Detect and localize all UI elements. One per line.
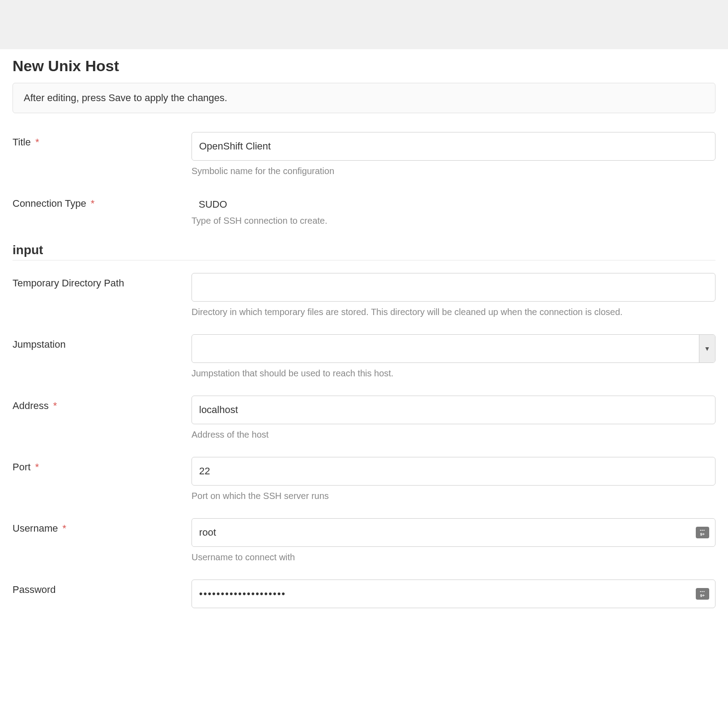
connection-type-value: SUDO [192,193,715,210]
main-content: New Unix Host After editing, press Save … [0,49,728,608]
help-username: Username to connect with [192,551,715,563]
address-input[interactable] [192,396,715,424]
label-password: Password [13,580,192,596]
page-title: New Unix Host [13,57,715,75]
label-password-text: Password [13,584,56,595]
username-input[interactable] [192,518,715,547]
title-input[interactable] [192,132,715,161]
help-connection-type: Type of SSH connection to create. [192,215,715,227]
field-connection-type: SUDO Type of SSH connection to create. [192,193,715,227]
row-password: Password ••• 9+ [13,580,715,608]
top-header-bar [0,0,728,49]
label-port: Port * [13,457,192,473]
temp-dir-input[interactable] [192,273,715,302]
required-mark: * [53,400,57,411]
jumpstation-select[interactable]: ▼ [192,334,715,363]
chevron-down-icon: ▼ [699,335,715,362]
section-divider [13,260,715,260]
field-port: Port on which the SSH server runs [192,457,715,502]
help-temp-dir: Directory in which temporary files are s… [192,306,715,318]
row-connection-type: Connection Type * SUDO Type of SSH conne… [13,193,715,227]
field-title: Symbolic name for the configuration [192,132,715,177]
label-address-text: Address [13,400,49,411]
label-temp-dir: Temporary Directory Path [13,273,192,289]
label-title: Title * [13,132,192,148]
field-jumpstation: ▼ Jumpstation that should be used to rea… [192,334,715,379]
required-mark: * [35,461,39,473]
field-temp-dir: Directory in which temporary files are s… [192,273,715,318]
label-username: Username * [13,518,192,534]
label-connection-type: Connection Type * [13,193,192,209]
jumpstation-value [192,335,699,362]
row-port: Port * Port on which the SSH server runs [13,457,715,502]
port-input[interactable] [192,457,715,486]
label-temp-dir-text: Temporary Directory Path [13,277,124,289]
required-mark: * [35,136,39,148]
required-mark: * [91,198,95,209]
required-mark: * [63,523,67,534]
label-connection-type-text: Connection Type [13,198,86,209]
section-heading-input: input [13,243,715,257]
password-manager-icon[interactable]: ••• 9+ [696,588,709,600]
field-address: Address of the host [192,396,715,441]
help-port: Port on which the SSH server runs [192,490,715,502]
label-username-text: Username [13,523,58,534]
info-banner: After editing, press Save to apply the c… [13,83,715,113]
password-manager-icon[interactable]: ••• 9+ [696,527,709,538]
row-username: Username * ••• 9+ Username to connect wi… [13,518,715,563]
field-password: ••• 9+ [192,580,715,608]
label-port-text: Port [13,461,30,473]
help-address: Address of the host [192,429,715,441]
password-input[interactable] [192,580,715,608]
row-title: Title * Symbolic name for the configurat… [13,132,715,177]
label-jumpstation-text: Jumpstation [13,339,66,350]
field-username: ••• 9+ Username to connect with [192,518,715,563]
row-temp-dir: Temporary Directory Path Directory in wh… [13,273,715,318]
help-title: Symbolic name for the configuration [192,165,715,177]
label-jumpstation: Jumpstation [13,334,192,350]
label-title-text: Title [13,136,31,148]
row-jumpstation: Jumpstation ▼ Jumpstation that should be… [13,334,715,379]
label-address: Address * [13,396,192,412]
row-address: Address * Address of the host [13,396,715,441]
help-jumpstation: Jumpstation that should be used to reach… [192,367,715,379]
